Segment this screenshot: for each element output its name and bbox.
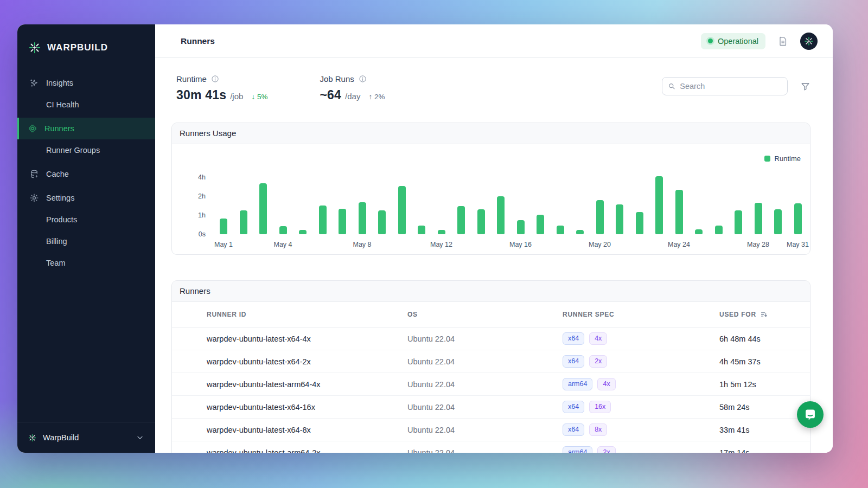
runtime-bar-chart: Runtime 0s1h2h4hMay 1May 4May 8May 12May…: [172, 144, 810, 254]
sidebar-item-runner-groups[interactable]: Runner Groups: [17, 139, 155, 161]
x-axis-tick: May 31: [787, 241, 809, 248]
status-badge[interactable]: Operational: [701, 33, 765, 49]
sidebar-item-team[interactable]: Team: [17, 252, 155, 274]
search-box: [662, 77, 788, 95]
chart-bar[interactable]: [259, 183, 267, 234]
docs-icon[interactable]: [777, 36, 788, 47]
plot-area: [220, 164, 800, 234]
runner-spec-cell: arm64 2x: [563, 446, 719, 453]
sidebar-item-runners[interactable]: Runners: [17, 118, 155, 139]
chart-bar[interactable]: [240, 210, 247, 234]
content: Runtime 30m 41s /job ↓ 5% Job Runs: [155, 58, 833, 453]
chart-bar[interactable]: [279, 226, 287, 234]
chart-bar[interactable]: [557, 226, 564, 234]
table-row[interactable]: warpdev-ubuntu-latest-x64-2x Ubuntu 22.0…: [172, 350, 810, 373]
chart-bar[interactable]: [695, 229, 703, 234]
sidebar-item-ci-health[interactable]: CI Health: [17, 94, 155, 115]
chat-launcher-button[interactable]: [797, 401, 824, 428]
chart-bar[interactable]: [675, 190, 683, 234]
multiplier-badge: 2x: [597, 446, 615, 453]
arch-badge: x64: [563, 401, 584, 413]
chevron-down-icon: [136, 433, 144, 442]
table-row[interactable]: warpdev-ubuntu-latest-x64-4x Ubuntu 22.0…: [172, 328, 810, 350]
os-cell: Ubuntu 22.04: [407, 403, 563, 412]
sidebar-item-cache[interactable]: Cache: [17, 163, 155, 185]
table-row[interactable]: warpdev-ubuntu-latest-x64-16x Ubuntu 22.…: [172, 396, 810, 419]
chart-bar[interactable]: [457, 206, 465, 234]
col-used-for: USED FOR: [719, 311, 810, 319]
chart-bar[interactable]: [359, 202, 366, 234]
multiplier-badge: 8x: [589, 423, 607, 436]
os-cell: Ubuntu 22.04: [407, 380, 563, 389]
chart-bar[interactable]: [418, 226, 425, 234]
x-axis-tick: May 28: [747, 241, 769, 248]
sort-desc-icon[interactable]: [760, 311, 768, 319]
x-axis-tick: May 8: [353, 241, 371, 248]
runner-id-cell: warpdev-ubuntu-latest-x64-8x: [207, 426, 407, 434]
avatar[interactable]: [800, 33, 818, 50]
table-row[interactable]: warpdev-ubuntu-latest-arm64-2x Ubuntu 22…: [172, 441, 810, 453]
chart-bar[interactable]: [655, 176, 663, 234]
org-switcher[interactable]: WarpBuild: [17, 422, 155, 453]
sidebar-item-billing[interactable]: Billing: [17, 230, 155, 252]
chart-bar[interactable]: [477, 209, 485, 234]
table-row[interactable]: warpdev-ubuntu-latest-x64-8x Ubuntu 22.0…: [172, 419, 810, 441]
multiplier-badge: 2x: [589, 355, 607, 368]
os-cell: Ubuntu 22.04: [407, 357, 563, 366]
runner-id-cell: warpdev-ubuntu-latest-x64-16x: [207, 403, 407, 412]
runner-spec-cell: x64 4x: [563, 332, 719, 345]
sidebar-item-insights[interactable]: Insights: [17, 72, 155, 94]
chip-icon: [28, 124, 37, 133]
chart-bar[interactable]: [398, 186, 406, 234]
chart-bar[interactable]: [537, 215, 544, 234]
chart-bar[interactable]: [378, 210, 386, 234]
warpbuild-logo-icon: [28, 41, 42, 55]
brand: WARPBUILD: [17, 24, 155, 60]
chart-bar[interactable]: [319, 206, 327, 234]
info-icon[interactable]: [359, 75, 367, 83]
sparkles-icon: [29, 78, 39, 88]
runner-id-cell: warpdev-ubuntu-latest-arm64-2x: [207, 448, 407, 453]
chart-bar[interactable]: [339, 209, 346, 234]
runners-usage-card: Runners Usage Runtime 0s1h2h4hMay 1May 4…: [171, 123, 810, 255]
y-axis-tick: 0s: [172, 230, 206, 238]
runtime-stat-unit: /job: [230, 92, 243, 101]
search-input[interactable]: [680, 82, 782, 91]
runners-table-card: Runners RUNNER ID OS RUNNER SPEC USED FO…: [171, 280, 810, 453]
runner-spec-cell: x64 16x: [563, 401, 719, 413]
runtime-stat-label: Runtime: [176, 74, 207, 84]
chart-bar[interactable]: [576, 230, 584, 234]
job-runs-stat: Job Runs ~64 /day ↑ 2%: [320, 74, 385, 102]
sidebar-item-settings[interactable]: Settings: [17, 187, 155, 209]
multiplier-badge: 4x: [597, 378, 615, 390]
chart-bar[interactable]: [636, 212, 643, 234]
chart-bar[interactable]: [715, 226, 723, 234]
chart-bar[interactable]: [220, 219, 227, 234]
chart-legend[interactable]: Runtime: [764, 155, 801, 163]
chart-bar[interactable]: [299, 230, 307, 234]
info-icon[interactable]: [211, 75, 219, 83]
search-icon: [668, 82, 675, 91]
filter-icon[interactable]: [800, 81, 810, 92]
chart-bar[interactable]: [497, 196, 505, 234]
table-header-row: RUNNER ID OS RUNNER SPEC USED FOR: [172, 302, 810, 328]
table-row[interactable]: warpdev-ubuntu-latest-arm64-4x Ubuntu 22…: [172, 373, 810, 396]
chart-bar[interactable]: [616, 204, 623, 234]
chart-bar[interactable]: [438, 230, 445, 234]
usage-card-header: Runners Usage: [172, 123, 810, 144]
x-axis-tick: May 4: [273, 241, 292, 248]
chart-bar[interactable]: [596, 200, 604, 234]
page-title: Runners: [181, 36, 215, 46]
col-runner-id: RUNNER ID: [207, 311, 407, 318]
x-axis-tick: May 1: [214, 241, 233, 248]
chart-bar[interactable]: [755, 203, 762, 234]
warpbuild-logo-icon: [28, 433, 37, 442]
runner-id-cell: warpdev-ubuntu-latest-x64-4x: [207, 335, 407, 343]
chart-bar[interactable]: [517, 220, 525, 234]
sidebar-item-products[interactable]: Products: [17, 209, 155, 230]
chart-bar[interactable]: [794, 203, 802, 234]
chart-bar[interactable]: [735, 210, 742, 234]
job-runs-stat-value: ~64: [320, 88, 341, 102]
chart-bar[interactable]: [774, 209, 782, 234]
runtime-stat: Runtime 30m 41s /job ↓ 5%: [176, 74, 267, 102]
